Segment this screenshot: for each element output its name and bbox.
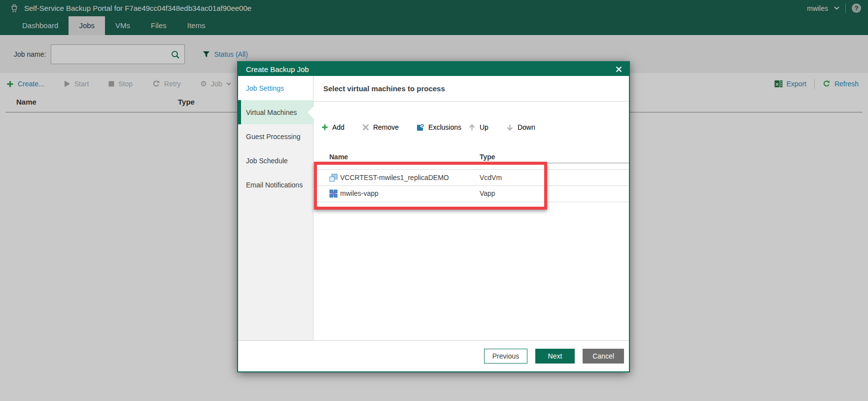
step-guest-processing[interactable]: Guest Processing (238, 124, 313, 148)
vm-name: mwiles-vapp (340, 189, 379, 197)
vm-name: VCCRTEST-mwiles1_replicaDEMO (340, 174, 449, 182)
step-job-settings[interactable]: Job Settings (238, 76, 313, 100)
step-virtual-machines[interactable]: Virtual Machines (238, 100, 313, 124)
vm-type: VcdVm (480, 174, 502, 182)
x-icon (362, 124, 369, 131)
arrow-down-icon (506, 124, 514, 131)
add-button[interactable]: Add (321, 123, 345, 131)
close-icon[interactable] (616, 62, 622, 76)
vm-row-1[interactable]: VCCRTEST-mwiles1_replicaDEMO VcdVm (313, 170, 629, 185)
vm-toolbar: Add Remove Exclusions (321, 118, 535, 136)
create-backup-job-dialog: Create Backup Job Job Settings Virtual M… (237, 61, 630, 372)
wizard-steps: Job Settings Virtual Machines Guest Proc… (238, 76, 313, 340)
vm-type: Vapp (480, 189, 495, 197)
dialog-titlebar: Create Backup Job (238, 62, 629, 76)
remove-button[interactable]: Remove (362, 123, 399, 131)
vapp-icon (329, 189, 338, 200)
row-divider (313, 169, 629, 170)
dialog-title: Create Backup Job (246, 65, 309, 73)
exclusions-button[interactable]: Exclusions (417, 123, 461, 131)
vm-row-2[interactable]: mwiles-vapp Vapp (313, 186, 629, 201)
step-email-notifications[interactable]: Email Notifications (238, 173, 313, 197)
vm-column-header-type[interactable]: Type (480, 153, 495, 161)
vm-column-header-name[interactable]: Name (329, 153, 348, 161)
up-button[interactable]: Up (468, 123, 488, 131)
vcd-vm-icon (329, 174, 338, 184)
dialog-footer: Previous Next Cancel (238, 340, 629, 371)
down-button[interactable]: Down (506, 123, 535, 131)
previous-button[interactable]: Previous (484, 349, 527, 364)
exclusions-icon (417, 123, 424, 131)
plus-icon (321, 124, 328, 131)
content-heading: Select virtual machines to process (323, 84, 445, 93)
wizard-content: Select virtual machines to process Add R… (313, 76, 629, 340)
screen: Self-Service Backup Portal for F7ae49cc0… (0, 0, 868, 401)
dialog-body: Job Settings Virtual Machines Guest Proc… (238, 76, 629, 340)
step-job-schedule[interactable]: Job Schedule (238, 148, 313, 173)
cancel-button[interactable]: Cancel (583, 349, 624, 364)
next-button[interactable]: Next (535, 349, 575, 364)
heading-divider (313, 101, 629, 102)
row-divider (313, 202, 629, 202)
arrow-up-icon (468, 124, 476, 131)
vm-header-divider (313, 163, 629, 163)
